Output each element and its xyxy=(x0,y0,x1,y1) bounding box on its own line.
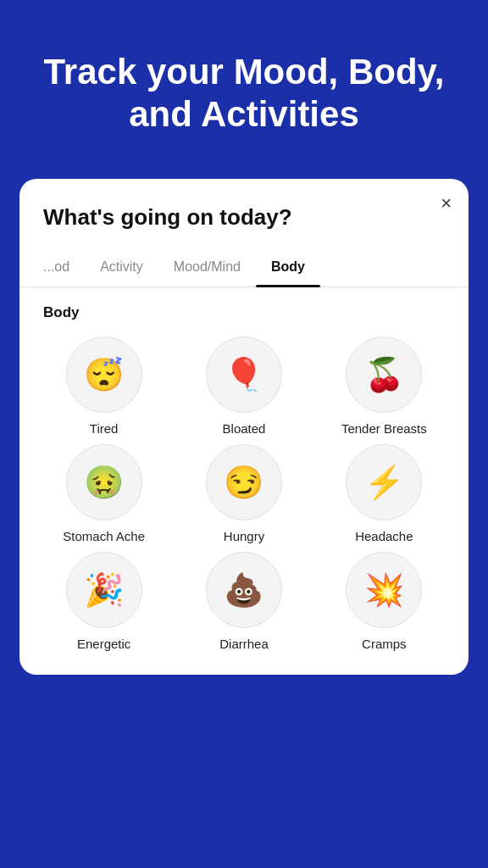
tab-activity[interactable]: Activity xyxy=(85,248,158,287)
hero-title: Track your Mood, Body, and Activities xyxy=(34,51,454,136)
tender_breasts-label: Tender Breasts xyxy=(341,421,427,436)
body-item-energetic[interactable]: 🎉Energetic xyxy=(36,552,171,651)
energetic-label: Energetic xyxy=(77,637,130,651)
diarrhea-icon: 💩 xyxy=(206,552,282,628)
body-item-hungry[interactable]: 😏Hungry xyxy=(176,444,311,543)
tab-mood-mind[interactable]: Mood/Mind xyxy=(158,248,256,287)
tracking-card: × What's going on today? ...od Activity … xyxy=(19,179,469,675)
headache-icon: ⚡ xyxy=(346,444,422,520)
body-item-headache[interactable]: ⚡Headache xyxy=(317,444,452,543)
body-item-stomach_ache[interactable]: 🤢Stomach Ache xyxy=(36,444,171,543)
tired-icon: 😴 xyxy=(66,337,142,413)
stomach_ache-label: Stomach Ache xyxy=(63,529,145,543)
cramps-icon: 💥 xyxy=(346,552,422,628)
energetic-icon: 🎉 xyxy=(66,552,142,628)
hungry-icon: 😏 xyxy=(206,444,282,520)
body-item-cramps[interactable]: 💥Cramps xyxy=(317,552,452,651)
tab-bar: ...od Activity Mood/Mind Body xyxy=(19,248,469,287)
bloated-icon: 🎈 xyxy=(206,337,282,413)
body-item-bloated[interactable]: 🎈Bloated xyxy=(176,337,311,436)
section-label: Body xyxy=(19,287,469,330)
tab-food[interactable]: ...od xyxy=(28,248,85,287)
close-button[interactable]: × xyxy=(441,194,452,213)
diarrhea-label: Diarrhea xyxy=(219,637,269,651)
headache-label: Headache xyxy=(355,529,413,543)
cramps-label: Cramps xyxy=(362,637,407,651)
hungry-label: Hungry xyxy=(224,529,264,543)
tired-label: Tired xyxy=(90,421,119,436)
card-question: What's going on today? xyxy=(19,179,469,239)
bloated-label: Bloated xyxy=(223,421,266,436)
body-item-diarrhea[interactable]: 💩Diarrhea xyxy=(176,552,311,651)
body-item-tired[interactable]: 😴Tired xyxy=(36,337,171,436)
tender_breasts-icon: 🍒 xyxy=(346,337,422,413)
stomach_ache-icon: 🤢 xyxy=(66,444,142,520)
body-items-grid: 😴Tired🎈Bloated🍒Tender Breasts🤢Stomach Ac… xyxy=(19,330,469,658)
hero-section: Track your Mood, Body, and Activities xyxy=(0,0,488,179)
tab-body[interactable]: Body xyxy=(256,248,320,287)
body-item-tender_breasts[interactable]: 🍒Tender Breasts xyxy=(317,337,452,436)
